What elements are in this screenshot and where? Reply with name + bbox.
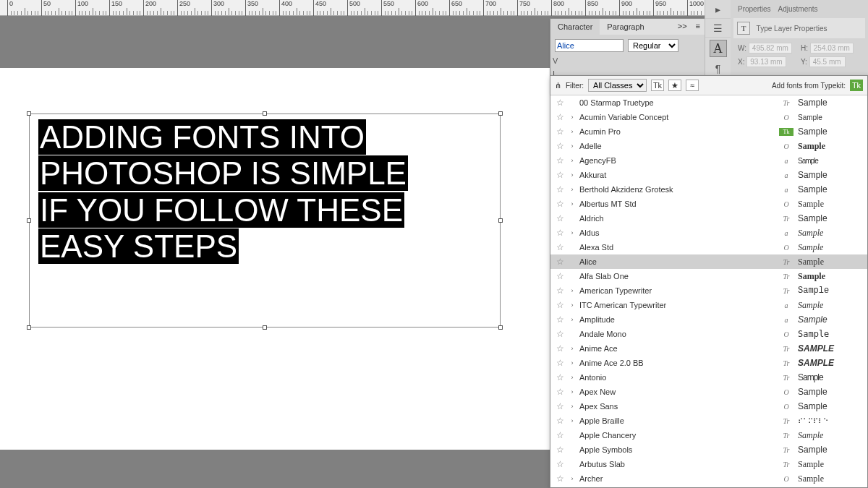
font-row[interactable]: ☆›Apex NewOSample [550,385,867,399]
resize-handle[interactable] [498,111,503,116]
favorites-filter-button[interactable]: ★ [668,80,681,91]
resize-handle[interactable] [263,325,267,330]
expand-chevron-icon[interactable]: › [569,403,575,410]
favorite-star-icon[interactable]: ☆ [555,170,565,180]
font-row[interactable]: ☆›Anime Ace 2.0 BBTrSAMPLE [550,356,867,370]
favorite-star-icon[interactable]: ☆ [555,112,565,122]
favorite-star-icon[interactable]: ☆ [555,127,565,137]
expand-chevron-icon[interactable]: › [569,475,575,482]
expand-chevron-icon[interactable]: › [569,345,575,352]
y-field[interactable]: 45.5 mm [809,56,846,67]
text-line[interactable]: PHOTOSHOP IS SIMPLE [38,155,408,191]
favorite-star-icon[interactable]: ☆ [555,184,565,194]
favorite-star-icon[interactable]: ☆ [555,155,565,166]
font-row[interactable]: ☆AldrichTrSample [550,211,867,226]
favorite-star-icon[interactable]: ☆ [555,401,565,411]
filter-select[interactable]: All Classes [588,79,647,92]
expand-chevron-icon[interactable]: › [569,171,575,179]
font-row[interactable]: ☆›ArcherOSample [550,471,867,486]
font-row[interactable]: ☆›ITC American TypewriteraSample [550,298,867,312]
resize-handle[interactable] [263,111,267,116]
font-row[interactable]: ☆›AdelleOSample [550,139,867,153]
font-style-select[interactable]: Regular [628,39,678,52]
font-row[interactable]: ☆›Berthold Akzidenz GroteskaSample [550,182,867,197]
font-row[interactable]: ☆Andale MonoOSample [550,327,867,341]
height-field[interactable]: 254.03 mm [810,43,854,53]
expand-chevron-icon[interactable]: › [569,142,575,150]
font-row[interactable]: ☆›Albertus MT StdOSample [550,197,867,211]
resize-handle[interactable] [498,325,503,330]
width-field[interactable]: 495.82 mm [749,43,792,53]
expand-chevron-icon[interactable]: › [569,359,575,367]
resize-handle[interactable] [498,218,503,223]
expand-chevron-icon[interactable]: › [569,114,575,121]
font-row[interactable]: ☆Arbutus SlabTrSample [550,457,867,471]
text-line[interactable]: ADDING FONTS INTO [38,119,366,155]
favorite-star-icon[interactable]: ☆ [555,445,565,455]
favorite-star-icon[interactable]: ☆ [555,257,565,267]
font-row[interactable]: ☆Apple SymbolsTrSample [550,442,867,457]
font-row[interactable]: ☆›Apex SansOSample [550,399,867,414]
tab-paragraph[interactable]: Paragraph [600,19,651,35]
expand-chevron-icon[interactable]: › [569,186,575,193]
expand-chevron-icon[interactable]: › [569,316,575,323]
font-row[interactable]: ☆Alfa Slab OneTrSample [550,269,867,283]
font-list[interactable]: ☆00 Starmap TruetypeTrSample☆›Acumin Var… [550,95,867,486]
favorite-star-icon[interactable]: ☆ [555,199,565,209]
add-typekit-button[interactable]: Tk [850,80,863,91]
favorite-star-icon[interactable]: ☆ [555,213,565,223]
text-line[interactable]: EASY STEPS [38,228,239,264]
font-row[interactable]: ☆›Acumin Variable ConceptOSample [550,110,867,124]
x-field[interactable]: 93.13 mm [746,56,786,67]
favorite-star-icon[interactable]: ☆ [555,271,565,281]
font-row[interactable]: ☆›AmplitudeaSample [550,312,867,327]
play-icon[interactable]: ▸ [705,0,731,19]
expand-chevron-icon[interactable]: › [569,229,575,236]
resize-handle[interactable] [27,218,31,223]
favorite-star-icon[interactable]: ☆ [555,416,565,426]
expand-chevron-icon[interactable]: › [569,287,575,294]
font-row[interactable]: ☆›AkkurataSample [550,168,867,182]
expand-chevron-icon[interactable]: › [569,417,575,424]
expand-chevron-icon[interactable]: › [569,301,575,309]
favorite-star-icon[interactable]: ☆ [555,286,565,296]
font-row[interactable]: ☆›Apple BrailleTr⠎⠁⠍⠏⠇⠑ [550,414,867,428]
favorite-star-icon[interactable]: ☆ [555,300,565,310]
favorite-star-icon[interactable]: ☆ [555,358,565,368]
text-frame[interactable]: ADDING FONTS INTOPHOTOSHOP IS SIMPLEIF Y… [29,114,501,328]
favorite-star-icon[interactable]: ☆ [555,387,565,397]
font-row[interactable]: ☆›AldusaSample [550,226,867,240]
font-row[interactable]: ☆Alexa StdOSample [550,240,867,254]
panel-menu-button[interactable]: ≡ [692,19,705,35]
favorite-star-icon[interactable]: ☆ [555,314,565,325]
favorite-star-icon[interactable]: ☆ [555,459,565,469]
expand-chevron-icon[interactable]: › [569,388,575,395]
resize-handle[interactable] [27,325,31,330]
font-row[interactable]: ☆›Acumin ProTkSample [550,124,867,139]
expand-chevron-icon[interactable]: › [569,157,575,164]
panel-collapse-button[interactable]: >> [673,19,692,35]
font-row[interactable]: ☆Apple ChanceryTrSample [550,428,867,442]
font-row[interactable]: ☆›American TypewriterTrSample [550,283,867,298]
resize-handle[interactable] [27,111,31,116]
font-row[interactable]: ☆›Anime AceTrSAMPLE [550,341,867,356]
favorite-star-icon[interactable]: ☆ [555,98,565,108]
font-row[interactable]: ☆00 Starmap TruetypeTrSample [550,95,867,110]
favorite-star-icon[interactable]: ☆ [555,228,565,238]
document-page[interactable]: ADDING FONTS INTOPHOTOSHOP IS SIMPLEIF Y… [0,68,550,450]
selected-text[interactable]: ADDING FONTS INTOPHOTOSHOP IS SIMPLEIF Y… [38,119,408,265]
favorite-star-icon[interactable]: ☆ [555,372,565,382]
favorite-star-icon[interactable]: ☆ [555,329,565,339]
type-tool-icon[interactable]: A [710,40,727,57]
favorite-star-icon[interactable]: ☆ [555,430,565,440]
expand-chevron-icon[interactable]: › [569,374,575,381]
menu-icon[interactable]: ☰ [705,19,731,38]
font-row[interactable]: ☆›AgencyFBaSample [550,153,867,168]
favorite-star-icon[interactable]: ☆ [555,242,565,252]
typekit-filter-button[interactable]: Tk [651,80,664,91]
similar-filter-button[interactable]: ≈ [686,80,699,91]
font-family-input[interactable] [555,39,624,52]
expand-chevron-icon[interactable]: › [569,200,575,207]
font-row[interactable]: ☆›AntonioTrSample [550,370,867,385]
favorite-star-icon[interactable]: ☆ [555,474,565,484]
